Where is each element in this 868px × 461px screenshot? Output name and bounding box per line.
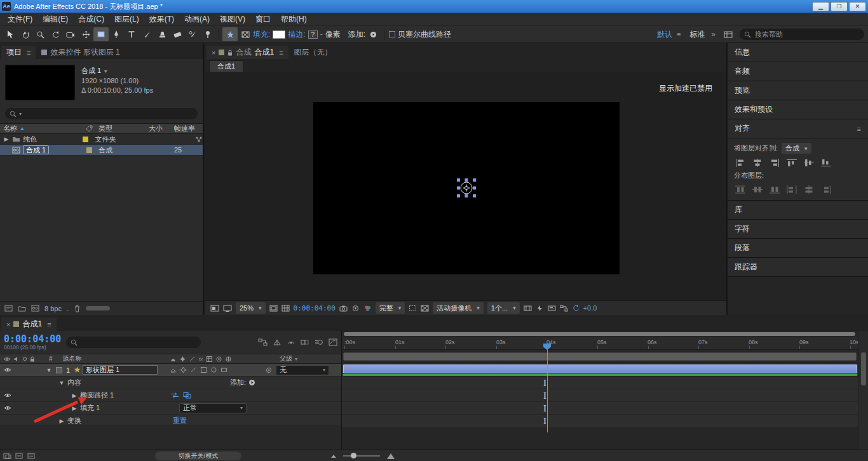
- transform-reset-link[interactable]: 重置: [173, 416, 187, 425]
- pixel-aspect-icon[interactable]: [524, 305, 532, 312]
- tab-project[interactable]: 项目 ≡: [1, 46, 36, 59]
- expand-layer-switches-icon[interactable]: [3, 452, 11, 460]
- distribute-left-icon[interactable]: [787, 185, 797, 194]
- column-type[interactable]: 类型: [97, 124, 149, 133]
- new-folder-icon[interactable]: [18, 305, 26, 312]
- region-of-interest-icon[interactable]: [409, 305, 417, 312]
- label-color-swatch[interactable]: [83, 137, 88, 142]
- menu-edit[interactable]: 编辑(E): [37, 14, 73, 25]
- item-name[interactable]: 合成 1: [23, 145, 49, 154]
- clone-stamp-tool[interactable]: [154, 27, 170, 41]
- panel-effects-presets[interactable]: 效果和预设: [728, 100, 868, 119]
- contents-track-row[interactable]: I: [342, 377, 868, 389]
- panel-preview[interactable]: 预览: [728, 81, 868, 100]
- workspace-overflow[interactable]: »: [711, 30, 715, 39]
- horizontal-scrollbar[interactable]: [86, 306, 110, 311]
- help-search-box[interactable]: [740, 29, 864, 40]
- color-depth-button[interactable]: 8 bpc: [44, 305, 62, 312]
- table-row[interactable]: 合成 1 合成 25: [0, 145, 203, 156]
- menu-file[interactable]: 文件(F): [3, 14, 37, 25]
- blend-mode-select[interactable]: 正常▾: [179, 403, 247, 413]
- label-color-swatch[interactable]: [86, 147, 92, 153]
- property-visibility-eye-icon[interactable]: [4, 392, 11, 398]
- brush-tool[interactable]: [139, 27, 154, 41]
- layer-color-chip[interactable]: [56, 367, 62, 373]
- work-area-row[interactable]: [342, 350, 868, 364]
- column-size[interactable]: 大小: [149, 124, 174, 133]
- show-snapshot-icon[interactable]: [351, 305, 360, 312]
- table-row[interactable]: ▶ 纯色 文件夹: [0, 134, 203, 145]
- help-search-input[interactable]: [755, 30, 860, 38]
- lock-icon[interactable]: [227, 50, 233, 56]
- trash-icon[interactable]: [74, 305, 81, 312]
- fast-previews-icon[interactable]: [536, 305, 544, 312]
- snapshot-icon[interactable]: [339, 305, 348, 312]
- panel-library[interactable]: 库: [728, 201, 868, 219]
- parent-pickwhip-icon[interactable]: [266, 367, 272, 373]
- draft-3d-icon[interactable]: [273, 338, 281, 346]
- column-parent[interactable]: 父级▾: [280, 354, 297, 363]
- panel-menu-icon[interactable]: ≡: [27, 49, 31, 57]
- menu-view[interactable]: 视图(V): [215, 14, 250, 25]
- expander-icon[interactable]: ▶: [3, 136, 10, 142]
- new-composition-icon[interactable]: [31, 305, 39, 312]
- panel-info[interactable]: 信息: [728, 43, 868, 62]
- distribute-h-center-icon[interactable]: [804, 185, 814, 194]
- tool-creates-shape-icon[interactable]: [222, 27, 238, 41]
- timeline-button-icon[interactable]: [548, 305, 556, 312]
- stroke-swatch[interactable]: ?: [308, 30, 318, 39]
- menu-layer[interactable]: 图层(L): [109, 14, 144, 25]
- layer-duration-track[interactable]: [342, 364, 868, 377]
- pan-behind-tool[interactable]: [78, 27, 93, 41]
- close-button[interactable]: ✕: [849, 2, 866, 11]
- selection-tool[interactable]: [2, 27, 17, 41]
- toggle-switches-modes-button[interactable]: 切换开关/模式: [155, 451, 241, 460]
- main-viewer-icon[interactable]: [223, 305, 232, 312]
- transparency-grid-icon[interactable]: [421, 305, 429, 312]
- distribute-right-icon[interactable]: [821, 185, 831, 194]
- transform-track-row[interactable]: I: [342, 415, 868, 427]
- layer-name-box[interactable]: 形状图层 1: [83, 365, 158, 375]
- fill-track-row[interactable]: I: [342, 402, 868, 415]
- add-property-icon[interactable]: [248, 379, 255, 386]
- composition-mini-flowchart-icon[interactable]: [258, 338, 268, 346]
- group-expander-icon[interactable]: ▼: [58, 380, 65, 386]
- always-preview-icon[interactable]: [210, 305, 219, 312]
- rectangle-tool[interactable]: [93, 27, 109, 41]
- panel-menu-icon[interactable]: ≡: [857, 125, 861, 133]
- timeline-search-box[interactable]: [66, 337, 201, 348]
- zoom-slider-knob[interactable]: [351, 453, 356, 458]
- distribute-top-icon[interactable]: [735, 185, 745, 194]
- graph-editor-icon[interactable]: [329, 338, 337, 346]
- time-ruler[interactable]: :00s 01s 02s 03s 04s 05s 06s 07s 08s 09s…: [342, 337, 868, 350]
- layer-visibility-eye-icon[interactable]: [4, 367, 11, 373]
- grid-guides-icon[interactable]: [281, 305, 290, 312]
- column-label-icon[interactable]: [81, 125, 97, 132]
- preview-timecode[interactable]: 0:00:04:00: [294, 304, 336, 312]
- path-operations-icon[interactable]: [183, 392, 192, 399]
- resolution-select[interactable]: 完整▾: [376, 302, 405, 314]
- tab-timeline-comp1[interactable]: × 合成1 ≡: [1, 317, 57, 331]
- align-bottom-icon[interactable]: [821, 159, 831, 167]
- align-to-select[interactable]: 合成▾: [782, 143, 811, 154]
- timeline-track-area[interactable]: :00s 01s 02s 03s 04s 05s 06s 07s 08s 09s…: [342, 331, 868, 450]
- eraser-tool[interactable]: [170, 27, 185, 41]
- project-search-box[interactable]: ▾: [5, 108, 198, 119]
- distribute-bottom-icon[interactable]: [770, 185, 780, 194]
- column-source-name[interactable]: 源名称: [63, 354, 82, 363]
- tab-composition[interactable]: × 合成 合成1 ≡: [207, 46, 288, 59]
- hide-shy-layers-icon[interactable]: [287, 338, 295, 346]
- view-layout-select[interactable]: 1个...▾: [487, 302, 520, 314]
- hand-tool[interactable]: [17, 27, 32, 41]
- exposure-reset-icon[interactable]: [572, 304, 580, 312]
- magnification-select[interactable]: 25%▾: [236, 302, 266, 314]
- close-icon[interactable]: ×: [212, 49, 215, 57]
- layer-duration-bar[interactable]: [343, 364, 857, 373]
- panel-menu-icon[interactable]: ≡: [47, 321, 51, 328]
- minimize-button[interactable]: ▁: [812, 2, 829, 11]
- composition-flowchart-icon[interactable]: [560, 305, 568, 312]
- panel-tracker[interactable]: 跟踪器: [728, 258, 868, 276]
- current-timecode[interactable]: 0:00:04:00: [4, 335, 61, 344]
- tab-effect-controls[interactable]: 效果控件 形状图层 1: [36, 46, 125, 59]
- layer-row-shape-layer-1[interactable]: ▼ 1 形状图层 1 无▾: [0, 364, 341, 377]
